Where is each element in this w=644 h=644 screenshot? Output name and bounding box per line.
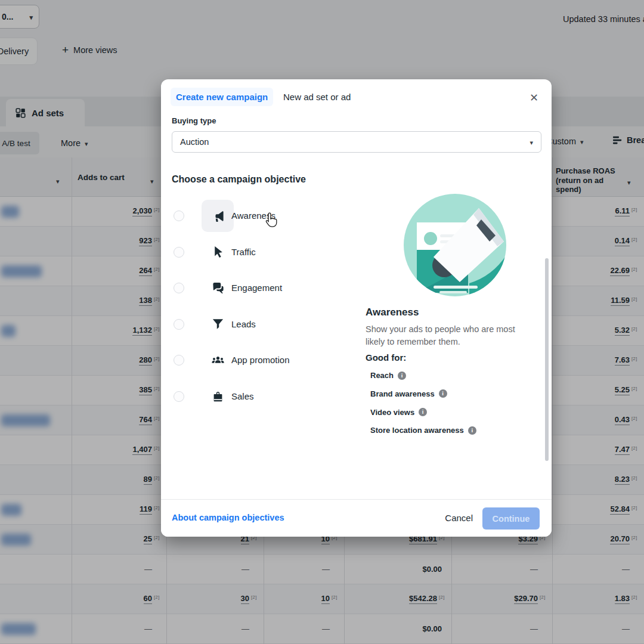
objective-option-leads[interactable]: Leads	[172, 306, 360, 343]
good-for-label: Good for:	[366, 352, 406, 363]
create-campaign-dialog: Create new campaign New ad set or ad Buy…	[161, 79, 552, 537]
radio-button[interactable]	[174, 391, 184, 402]
buying-type-select[interactable]: Auction	[172, 131, 541, 153]
buying-type-value: Auction	[180, 137, 209, 147]
ads-manager-screen: 0... Updated 33 minutes ago Delivery Mor…	[0, 0, 644, 644]
info-icon[interactable]	[419, 408, 427, 416]
info-icon[interactable]	[468, 426, 476, 435]
continue-button[interactable]: Continue	[482, 507, 540, 530]
good-for-item-label: Store location awareness	[370, 426, 464, 435]
tab-new-ad-set-or-ad[interactable]: New ad set or ad	[283, 92, 351, 102]
good-for-item: Video views	[370, 408, 427, 417]
cancel-button[interactable]: Cancel	[445, 513, 473, 523]
chat-bubbles-icon	[202, 272, 234, 304]
about-objectives-link[interactable]: About campaign objectives	[172, 513, 284, 522]
good-for-item: Store location awareness	[370, 426, 476, 435]
buying-type-label: Buying type	[172, 116, 216, 125]
objective-label: Engagement	[231, 283, 282, 293]
close-icon[interactable]	[530, 91, 538, 104]
objective-detail-description: Show your ads to people who are most lik…	[366, 323, 525, 348]
radio-button[interactable]	[174, 210, 184, 221]
dialog-footer: About campaign objectives Cancel Continu…	[161, 500, 552, 537]
shopping-bag-icon	[202, 380, 234, 413]
funnel-icon	[202, 308, 234, 340]
objective-label: Traffic	[231, 247, 256, 257]
scrollbar-thumb[interactable]	[545, 258, 549, 461]
radio-button[interactable]	[174, 355, 184, 366]
chevron-down-icon	[530, 137, 533, 147]
hand-cursor-icon	[263, 212, 278, 231]
radio-button[interactable]	[174, 319, 184, 330]
good-for-item-label: Reach	[370, 371, 394, 380]
objective-option-sales[interactable]: Sales	[172, 379, 360, 415]
info-icon[interactable]	[398, 371, 406, 380]
objective-option-engagement[interactable]: Engagement	[172, 270, 360, 306]
objective-detail-title: Awareness	[366, 306, 419, 318]
cursor-icon	[202, 236, 234, 268]
objective-label: App promotion	[231, 355, 290, 365]
good-for-item-label: Brand awareness	[370, 389, 435, 398]
awareness-illustration	[402, 193, 507, 298]
megaphone-icon	[202, 200, 234, 232]
info-icon[interactable]	[439, 389, 447, 398]
good-for-item-label: Video views	[370, 408, 414, 417]
objective-option-app-promotion[interactable]: App promotion	[172, 342, 360, 379]
objective-label: Leads	[231, 319, 256, 329]
good-for-item: Reach	[370, 371, 406, 380]
radio-button[interactable]	[174, 283, 184, 293]
good-for-item: Brand awareness	[370, 389, 447, 398]
people-icon	[202, 344, 234, 376]
radio-button[interactable]	[174, 247, 184, 258]
objective-option-traffic[interactable]: Traffic	[172, 234, 360, 271]
objective-heading: Choose a campaign objective	[172, 174, 306, 185]
objective-label: Sales	[231, 391, 254, 401]
tab-create-new-campaign[interactable]: Create new campaign	[171, 88, 273, 106]
